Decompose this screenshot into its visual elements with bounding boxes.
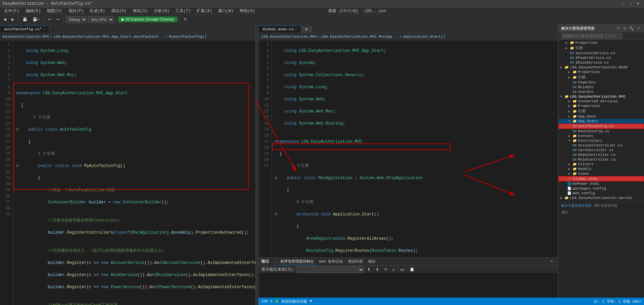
toolbar-undo[interactable]: ↩: [46, 16, 53, 22]
output-tab-errors[interactable]: 错误列表: [347, 258, 364, 265]
output-source-label: 显示输出来源(S):: [261, 267, 295, 272]
output-tab-output[interactable]: 输出: [367, 258, 377, 265]
folder-icon: 📁: [572, 167, 577, 171]
toolbar-redo[interactable]: ↪: [54, 16, 61, 22]
menu-extensions[interactable]: 扩展(X): [194, 7, 215, 14]
menu-project[interactable]: 项目(P): [66, 7, 87, 14]
menu-help[interactable]: 帮助(H): [237, 7, 258, 14]
tree-item-servic[interactable]: ▶ 📁 LDG.EasyAuthorization.Servic: [558, 196, 644, 200]
tree-item-appdata[interactable]: ▶ 📁 App_Data: [558, 114, 644, 119]
tree-item-ref1[interactable]: ▶ 📁 引用: [558, 45, 644, 51]
tree-item-accountcontroller[interactable]: C# AccountController.cs: [558, 143, 644, 148]
output-close-btn[interactable]: ✕: [548, 259, 555, 264]
menu-build[interactable]: 生成(B): [87, 7, 108, 14]
tree-arrow: ▶: [567, 99, 572, 103]
menu-analyze[interactable]: 分析(N): [151, 7, 172, 14]
right-tab-close[interactable]: ✕: [295, 28, 297, 31]
vertical-splitter[interactable]: [256, 24, 259, 305]
tree-item-views[interactable]: ▶ 📁 Views: [558, 171, 644, 176]
menu-search[interactable]: 搜索 (Ctrl+Q): [326, 7, 361, 14]
tree-arrow: ▼: [558, 95, 564, 99]
solution-search-box: [558, 32, 644, 40]
tree-item-controllers[interactable]: ▼ 📁 Controllers: [558, 138, 644, 143]
left-line-numbers: 1234 5678 9101112 13141516 17181920 2122…: [0, 40, 13, 305]
menu-window[interactable]: 窗口(W): [215, 7, 236, 14]
left-tab-close[interactable]: ✕: [43, 28, 45, 31]
folder-icon: 📁: [572, 114, 577, 118]
sol-sync-btn[interactable]: ⟳: [615, 25, 621, 31]
close-button[interactable]: ✕: [635, 1, 641, 6]
solution-search-input[interactable]: [561, 33, 622, 39]
tree-item-mode-ref[interactable]: ▶ 📁 引用: [558, 74, 644, 80]
toolbar-save[interactable]: 💾: [21, 16, 29, 22]
debug-mode-select[interactable]: Debug: [66, 16, 87, 23]
menu-tools[interactable]: 工具(T): [173, 7, 194, 14]
tree-item-irole[interactable]: C# IRoleService.cs: [558, 60, 644, 65]
menu-edit[interactable]: 编辑(E): [23, 7, 44, 14]
status-indicator: [275, 300, 278, 303]
sol-props-btn[interactable]: 🔧: [629, 25, 635, 31]
output-btn6[interactable]: 📋: [408, 267, 416, 272]
tree-item-properties1[interactable]: ▶ 📁 Properties: [558, 40, 644, 45]
output-source-select[interactable]: [297, 266, 364, 273]
tree-item-webconfig[interactable]: 📄 Web.config: [558, 191, 644, 196]
tree-item-packages[interactable]: 📄 packages.config: [558, 186, 644, 191]
tree-label: RouteConfig.cs: [578, 129, 609, 133]
output-btn4[interactable]: ≡: [391, 267, 397, 272]
output-btn5[interactable]: ≡≡: [398, 267, 406, 272]
platform-select[interactable]: Any CPU: [88, 16, 114, 23]
tree-item-mvc-ref[interactable]: ▶ 📁 引用: [558, 108, 644, 114]
right-tab-global[interactable]: Global.asax.cs ✕: [259, 26, 301, 33]
menu-view[interactable]: 视图(V): [44, 7, 65, 14]
menu-test[interactable]: 测试(S): [130, 7, 151, 14]
output-tab-package[interactable]: 程序包管理器控制台: [279, 258, 315, 265]
menu-file[interactable]: 文件(F): [1, 7, 22, 14]
folder-icon: 📁: [572, 109, 577, 113]
tree-item-appstart[interactable]: ▼ 📁 App_Start: [558, 119, 644, 124]
tree-item-filters[interactable]: ▶ 📁 Filters: [558, 162, 644, 167]
right-code-content[interactable]: using LDG.EasyAuthorization.MVC.App_Star…: [272, 40, 558, 257]
output-btn2[interactable]: ⬇: [374, 267, 381, 272]
tree-item-homecontroller[interactable]: C# HomeController.cs: [558, 152, 644, 157]
folder-icon: 📁: [572, 75, 577, 79]
run-button[interactable]: ▶ IIS Express (Google Chrome): [118, 16, 177, 22]
tree-item-mvc[interactable]: ▼ 📁 LDG.EasyAuthorization.MVC: [558, 94, 644, 99]
tree-item-connected-services[interactable]: ▶ 📁 Connected Services: [558, 99, 644, 104]
tree-arrow: ▶: [567, 134, 572, 138]
menu-debug[interactable]: 调试(D): [108, 7, 129, 14]
cs-icon: C#: [572, 148, 577, 152]
tree-item-models[interactable]: ▶ 📁 Models: [558, 167, 644, 171]
menu-ldg[interactable]: LDG...ion: [362, 8, 389, 14]
tree-item-rolecontroller[interactable]: C# RoleController.cs: [558, 157, 644, 162]
maximize-button[interactable]: □: [627, 1, 634, 6]
toolbar-back[interactable]: ◀: [1, 16, 8, 22]
output-tab-publish[interactable]: Web 发布活动: [318, 258, 344, 265]
sol-close-btn[interactable]: ✕: [635, 25, 641, 31]
output-btn3[interactable]: ✕: [382, 267, 389, 272]
tree-item-powerdto[interactable]: C# PowerDto: [558, 80, 644, 85]
left-tab-autofac[interactable]: AutofacConfig.cs* ✕: [0, 26, 49, 33]
tree-item-ipower[interactable]: C# IPowerService.cs: [558, 56, 644, 60]
tree-item-userdto[interactable]: C# UserDto: [558, 90, 644, 94]
solution-mgr-link[interactable]: 解决方案资源管理器: [561, 204, 591, 208]
tree-item-mode-props[interactable]: ▶ 📁 Properties: [558, 70, 644, 74]
tree-item-globalasax[interactable]: ≡ Global.asax: [558, 176, 644, 181]
tree-item-content[interactable]: ▶ 📁 Content: [558, 134, 644, 138]
tree-item-mvc-props[interactable]: ▶ 📁 Properties: [558, 104, 644, 108]
output-btn1[interactable]: ⬆: [365, 267, 372, 272]
sol-collapse-btn[interactable]: ⊟: [622, 25, 628, 31]
tree-item-carcontroller[interactable]: C# CarController.cs: [558, 148, 644, 152]
cs-icon: C#: [572, 90, 577, 94]
minimize-button[interactable]: −: [620, 1, 626, 6]
tree-item-iaccount[interactable]: C# IAccountService.cs: [558, 51, 644, 56]
tree-item-roledto[interactable]: C# RoleDto: [558, 85, 644, 90]
toolbar-forward[interactable]: ▶: [9, 16, 16, 22]
right-tab-extra[interactable]: ●: [301, 26, 312, 33]
tree-item-routeconfig[interactable]: C# RouteConfig.cs: [558, 129, 644, 134]
tree-item-autofacconfig[interactable]: C# AutofacConfig.cs: [558, 124, 644, 129]
tree-item-nopower[interactable]: 🌐 NoPower.html: [558, 181, 644, 186]
left-code-content[interactable]: using System.Linq; using System.Web; usi…: [13, 40, 256, 305]
toolbar-refresh[interactable]: ↻: [182, 16, 189, 22]
tree-item-mode[interactable]: ▶ 📁 LDG.EasyAuthorization.Mode: [558, 65, 644, 70]
toolbar-save-all[interactable]: 💾+: [31, 16, 41, 22]
